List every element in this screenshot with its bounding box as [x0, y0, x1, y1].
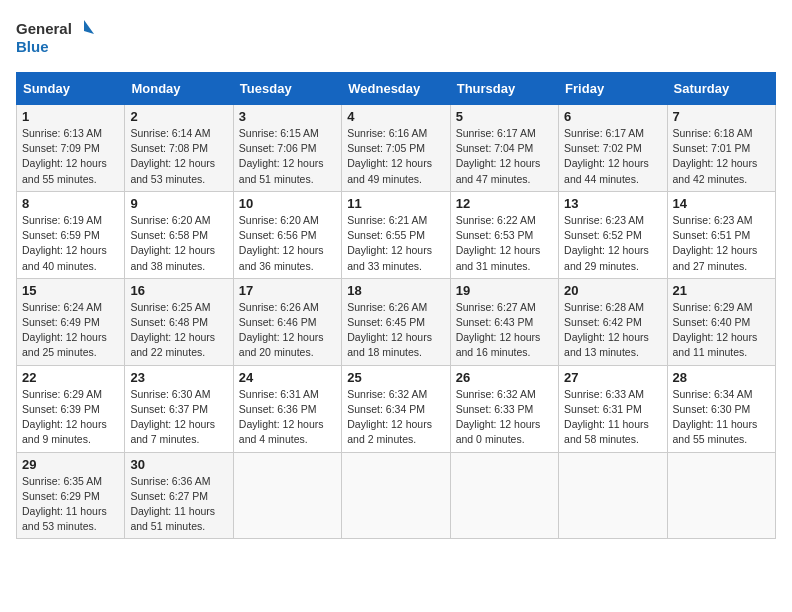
day-info: Sunrise: 6:27 AM Sunset: 6:43 PM Dayligh…	[456, 300, 553, 361]
day-number: 19	[456, 283, 553, 298]
day-info: Sunrise: 6:25 AM Sunset: 6:48 PM Dayligh…	[130, 300, 227, 361]
day-number: 7	[673, 109, 770, 124]
week-row-3: 15Sunrise: 6:24 AM Sunset: 6:49 PM Dayli…	[17, 278, 776, 365]
day-info: Sunrise: 6:13 AM Sunset: 7:09 PM Dayligh…	[22, 126, 119, 187]
day-info: Sunrise: 6:28 AM Sunset: 6:42 PM Dayligh…	[564, 300, 661, 361]
calendar-cell	[450, 452, 558, 539]
calendar-cell: 5Sunrise: 6:17 AM Sunset: 7:04 PM Daylig…	[450, 105, 558, 192]
calendar-cell: 9Sunrise: 6:20 AM Sunset: 6:58 PM Daylig…	[125, 191, 233, 278]
day-number: 3	[239, 109, 336, 124]
day-number: 10	[239, 196, 336, 211]
header-row: SundayMondayTuesdayWednesdayThursdayFrid…	[17, 73, 776, 105]
col-header-thursday: Thursday	[450, 73, 558, 105]
day-info: Sunrise: 6:15 AM Sunset: 7:06 PM Dayligh…	[239, 126, 336, 187]
page-header: General Blue	[16, 16, 776, 60]
day-info: Sunrise: 6:19 AM Sunset: 6:59 PM Dayligh…	[22, 213, 119, 274]
calendar-cell: 7Sunrise: 6:18 AM Sunset: 7:01 PM Daylig…	[667, 105, 775, 192]
calendar-cell: 26Sunrise: 6:32 AM Sunset: 6:33 PM Dayli…	[450, 365, 558, 452]
calendar-cell: 6Sunrise: 6:17 AM Sunset: 7:02 PM Daylig…	[559, 105, 667, 192]
day-info: Sunrise: 6:34 AM Sunset: 6:30 PM Dayligh…	[673, 387, 770, 448]
day-number: 24	[239, 370, 336, 385]
calendar-cell	[342, 452, 450, 539]
day-number: 26	[456, 370, 553, 385]
calendar-cell: 19Sunrise: 6:27 AM Sunset: 6:43 PM Dayli…	[450, 278, 558, 365]
day-info: Sunrise: 6:35 AM Sunset: 6:29 PM Dayligh…	[22, 474, 119, 535]
calendar-cell: 4Sunrise: 6:16 AM Sunset: 7:05 PM Daylig…	[342, 105, 450, 192]
day-number: 15	[22, 283, 119, 298]
week-row-2: 8Sunrise: 6:19 AM Sunset: 6:59 PM Daylig…	[17, 191, 776, 278]
calendar-cell: 29Sunrise: 6:35 AM Sunset: 6:29 PM Dayli…	[17, 452, 125, 539]
day-info: Sunrise: 6:26 AM Sunset: 6:45 PM Dayligh…	[347, 300, 444, 361]
calendar-cell: 3Sunrise: 6:15 AM Sunset: 7:06 PM Daylig…	[233, 105, 341, 192]
day-number: 29	[22, 457, 119, 472]
calendar-cell: 23Sunrise: 6:30 AM Sunset: 6:37 PM Dayli…	[125, 365, 233, 452]
calendar-cell	[667, 452, 775, 539]
day-info: Sunrise: 6:30 AM Sunset: 6:37 PM Dayligh…	[130, 387, 227, 448]
calendar-cell: 24Sunrise: 6:31 AM Sunset: 6:36 PM Dayli…	[233, 365, 341, 452]
day-info: Sunrise: 6:31 AM Sunset: 6:36 PM Dayligh…	[239, 387, 336, 448]
day-number: 13	[564, 196, 661, 211]
day-info: Sunrise: 6:21 AM Sunset: 6:55 PM Dayligh…	[347, 213, 444, 274]
calendar-cell: 28Sunrise: 6:34 AM Sunset: 6:30 PM Dayli…	[667, 365, 775, 452]
day-info: Sunrise: 6:20 AM Sunset: 6:56 PM Dayligh…	[239, 213, 336, 274]
logo-svg: General Blue	[16, 16, 96, 60]
calendar-cell	[233, 452, 341, 539]
week-row-1: 1Sunrise: 6:13 AM Sunset: 7:09 PM Daylig…	[17, 105, 776, 192]
calendar-cell: 10Sunrise: 6:20 AM Sunset: 6:56 PM Dayli…	[233, 191, 341, 278]
day-number: 22	[22, 370, 119, 385]
day-info: Sunrise: 6:26 AM Sunset: 6:46 PM Dayligh…	[239, 300, 336, 361]
day-info: Sunrise: 6:29 AM Sunset: 6:39 PM Dayligh…	[22, 387, 119, 448]
day-number: 5	[456, 109, 553, 124]
day-info: Sunrise: 6:33 AM Sunset: 6:31 PM Dayligh…	[564, 387, 661, 448]
day-number: 9	[130, 196, 227, 211]
calendar-cell: 12Sunrise: 6:22 AM Sunset: 6:53 PM Dayli…	[450, 191, 558, 278]
svg-text:General: General	[16, 20, 72, 37]
col-header-friday: Friday	[559, 73, 667, 105]
day-info: Sunrise: 6:29 AM Sunset: 6:40 PM Dayligh…	[673, 300, 770, 361]
day-info: Sunrise: 6:20 AM Sunset: 6:58 PM Dayligh…	[130, 213, 227, 274]
calendar-cell: 30Sunrise: 6:36 AM Sunset: 6:27 PM Dayli…	[125, 452, 233, 539]
calendar-cell: 27Sunrise: 6:33 AM Sunset: 6:31 PM Dayli…	[559, 365, 667, 452]
calendar-cell: 20Sunrise: 6:28 AM Sunset: 6:42 PM Dayli…	[559, 278, 667, 365]
col-header-sunday: Sunday	[17, 73, 125, 105]
day-number: 23	[130, 370, 227, 385]
day-number: 27	[564, 370, 661, 385]
day-info: Sunrise: 6:22 AM Sunset: 6:53 PM Dayligh…	[456, 213, 553, 274]
day-number: 30	[130, 457, 227, 472]
day-info: Sunrise: 6:24 AM Sunset: 6:49 PM Dayligh…	[22, 300, 119, 361]
day-info: Sunrise: 6:14 AM Sunset: 7:08 PM Dayligh…	[130, 126, 227, 187]
calendar-cell: 25Sunrise: 6:32 AM Sunset: 6:34 PM Dayli…	[342, 365, 450, 452]
day-number: 1	[22, 109, 119, 124]
calendar-cell: 16Sunrise: 6:25 AM Sunset: 6:48 PM Dayli…	[125, 278, 233, 365]
calendar-cell: 14Sunrise: 6:23 AM Sunset: 6:51 PM Dayli…	[667, 191, 775, 278]
day-number: 12	[456, 196, 553, 211]
day-number: 8	[22, 196, 119, 211]
col-header-monday: Monday	[125, 73, 233, 105]
calendar-cell: 17Sunrise: 6:26 AM Sunset: 6:46 PM Dayli…	[233, 278, 341, 365]
logo: General Blue	[16, 16, 96, 60]
day-number: 14	[673, 196, 770, 211]
day-info: Sunrise: 6:23 AM Sunset: 6:52 PM Dayligh…	[564, 213, 661, 274]
day-info: Sunrise: 6:32 AM Sunset: 6:33 PM Dayligh…	[456, 387, 553, 448]
col-header-tuesday: Tuesday	[233, 73, 341, 105]
calendar-table: SundayMondayTuesdayWednesdayThursdayFrid…	[16, 72, 776, 539]
day-number: 18	[347, 283, 444, 298]
day-number: 4	[347, 109, 444, 124]
day-number: 16	[130, 283, 227, 298]
day-info: Sunrise: 6:23 AM Sunset: 6:51 PM Dayligh…	[673, 213, 770, 274]
col-header-wednesday: Wednesday	[342, 73, 450, 105]
calendar-cell: 18Sunrise: 6:26 AM Sunset: 6:45 PM Dayli…	[342, 278, 450, 365]
day-number: 21	[673, 283, 770, 298]
day-info: Sunrise: 6:17 AM Sunset: 7:02 PM Dayligh…	[564, 126, 661, 187]
calendar-cell: 21Sunrise: 6:29 AM Sunset: 6:40 PM Dayli…	[667, 278, 775, 365]
day-number: 6	[564, 109, 661, 124]
calendar-cell	[559, 452, 667, 539]
calendar-cell: 13Sunrise: 6:23 AM Sunset: 6:52 PM Dayli…	[559, 191, 667, 278]
calendar-cell: 11Sunrise: 6:21 AM Sunset: 6:55 PM Dayli…	[342, 191, 450, 278]
calendar-cell: 15Sunrise: 6:24 AM Sunset: 6:49 PM Dayli…	[17, 278, 125, 365]
day-info: Sunrise: 6:16 AM Sunset: 7:05 PM Dayligh…	[347, 126, 444, 187]
week-row-4: 22Sunrise: 6:29 AM Sunset: 6:39 PM Dayli…	[17, 365, 776, 452]
day-number: 17	[239, 283, 336, 298]
day-number: 11	[347, 196, 444, 211]
day-info: Sunrise: 6:32 AM Sunset: 6:34 PM Dayligh…	[347, 387, 444, 448]
